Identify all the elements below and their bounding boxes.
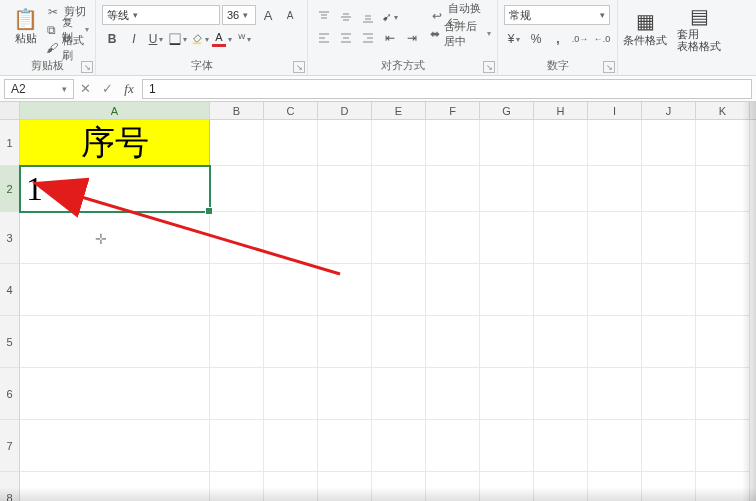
cell-G4[interactable]: [480, 264, 534, 316]
col-header-E[interactable]: E: [372, 102, 426, 119]
cell-F1[interactable]: [426, 120, 480, 166]
cell-C4[interactable]: [264, 264, 318, 316]
cell-B2[interactable]: [210, 166, 264, 212]
conditional-format-button[interactable]: ▦ 条件格式: [621, 3, 669, 55]
cell-E1[interactable]: [372, 120, 426, 166]
cell-D1[interactable]: [318, 120, 372, 166]
cell-G1[interactable]: [480, 120, 534, 166]
cell-H3[interactable]: [534, 212, 588, 264]
cell-G3[interactable]: [480, 212, 534, 264]
cell-C1[interactable]: [264, 120, 318, 166]
cell-H5[interactable]: [534, 316, 588, 368]
cell-J4[interactable]: [642, 264, 696, 316]
row-header-2[interactable]: 2: [0, 166, 20, 212]
cell-A6[interactable]: [20, 368, 210, 420]
cell-I2[interactable]: [588, 166, 642, 212]
cell-J3[interactable]: [642, 212, 696, 264]
increase-decimal-button[interactable]: .0→: [570, 29, 590, 49]
formula-cancel-button[interactable]: ✕: [74, 79, 96, 99]
comma-button[interactable]: ,: [548, 29, 568, 49]
cell-A7[interactable]: [20, 420, 210, 472]
row-header-5[interactable]: 5: [0, 316, 20, 368]
decrease-indent-button[interactable]: ⇤: [380, 28, 400, 48]
cell-G5[interactable]: [480, 316, 534, 368]
cell-F4[interactable]: [426, 264, 480, 316]
col-header-B[interactable]: B: [210, 102, 264, 119]
accounting-format-button[interactable]: ¥: [504, 29, 524, 49]
align-top-button[interactable]: [314, 7, 334, 27]
orientation-button[interactable]: ➹: [380, 7, 400, 27]
align-middle-button[interactable]: [336, 7, 356, 27]
cell-B6[interactable]: [210, 368, 264, 420]
cell-B4[interactable]: [210, 264, 264, 316]
decrease-font-button[interactable]: A: [280, 5, 300, 25]
cell-I3[interactable]: [588, 212, 642, 264]
cell-J7[interactable]: [642, 420, 696, 472]
row-header-1[interactable]: 1: [0, 120, 20, 166]
cell-B5[interactable]: [210, 316, 264, 368]
cell-C6[interactable]: [264, 368, 318, 420]
cell-F5[interactable]: [426, 316, 480, 368]
cell-H4[interactable]: [534, 264, 588, 316]
row-header-3[interactable]: 3: [0, 212, 20, 264]
cell-A1[interactable]: 序号: [20, 120, 210, 166]
cell-D6[interactable]: [318, 368, 372, 420]
cell-B7[interactable]: [210, 420, 264, 472]
font-color-button[interactable]: A: [212, 29, 232, 49]
number-format-combo[interactable]: 常规 ▾: [504, 5, 610, 25]
cell-E4[interactable]: [372, 264, 426, 316]
cell-J6[interactable]: [642, 368, 696, 420]
cell-I5[interactable]: [588, 316, 642, 368]
font-dialog-launcher[interactable]: ↘: [293, 61, 305, 73]
align-right-button[interactable]: [358, 28, 378, 48]
cell-G7[interactable]: [480, 420, 534, 472]
cell-C7[interactable]: [264, 420, 318, 472]
fill-color-button[interactable]: [190, 29, 210, 49]
italic-button[interactable]: I: [124, 29, 144, 49]
cell-B1[interactable]: [210, 120, 264, 166]
merge-center-button[interactable]: ⬌ 合并后居中 ▾: [430, 25, 491, 42]
percent-button[interactable]: %: [526, 29, 546, 49]
cell-A5[interactable]: [20, 316, 210, 368]
cell-A3[interactable]: [20, 212, 210, 264]
bold-button[interactable]: B: [102, 29, 122, 49]
cell-C2[interactable]: [264, 166, 318, 212]
cell-E7[interactable]: [372, 420, 426, 472]
row-header-4[interactable]: 4: [0, 264, 20, 316]
cell-E5[interactable]: [372, 316, 426, 368]
worksheet-grid[interactable]: ABCDEFGHIJK 12345678 序号1 ✛: [0, 102, 756, 501]
clipboard-dialog-launcher[interactable]: ↘: [81, 61, 93, 73]
cell-D3[interactable]: [318, 212, 372, 264]
cell-A2[interactable]: 1: [20, 166, 210, 212]
insert-function-button[interactable]: fx: [118, 79, 140, 99]
cell-E2[interactable]: [372, 166, 426, 212]
cell-I4[interactable]: [588, 264, 642, 316]
cell-I1[interactable]: [588, 120, 642, 166]
increase-indent-button[interactable]: ⇥: [402, 28, 422, 48]
cell-F3[interactable]: [426, 212, 480, 264]
cell-H7[interactable]: [534, 420, 588, 472]
format-painter-button[interactable]: 🖌 格式刷: [46, 39, 89, 56]
select-all-corner[interactable]: [0, 102, 20, 119]
cell-B3[interactable]: [210, 212, 264, 264]
cell-I6[interactable]: [588, 368, 642, 420]
number-dialog-launcher[interactable]: ↘: [603, 61, 615, 73]
cell-J5[interactable]: [642, 316, 696, 368]
cell-D7[interactable]: [318, 420, 372, 472]
phonetic-button[interactable]: ᵂ: [234, 29, 254, 49]
cell-F6[interactable]: [426, 368, 480, 420]
name-box[interactable]: A2 ▾: [4, 79, 74, 99]
col-header-A[interactable]: A: [20, 102, 210, 119]
col-header-G[interactable]: G: [480, 102, 534, 119]
cell-F2[interactable]: [426, 166, 480, 212]
cell-H6[interactable]: [534, 368, 588, 420]
font-size-combo[interactable]: 36 ▾: [222, 5, 256, 25]
formula-confirm-button[interactable]: ✓: [96, 79, 118, 99]
cell-F7[interactable]: [426, 420, 480, 472]
col-header-I[interactable]: I: [588, 102, 642, 119]
col-header-F[interactable]: F: [426, 102, 480, 119]
cell-G2[interactable]: [480, 166, 534, 212]
underline-button[interactable]: U: [146, 29, 166, 49]
col-header-C[interactable]: C: [264, 102, 318, 119]
cell-C3[interactable]: [264, 212, 318, 264]
